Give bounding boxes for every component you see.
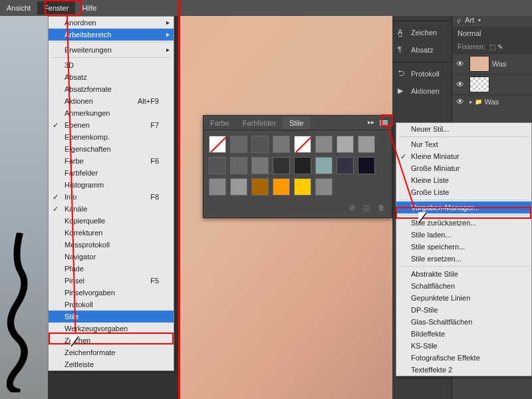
menu-item-werkzeugvorgaben[interactable]: Werkzeugvorgaben <box>49 323 174 334</box>
menu-item-pfade[interactable]: Pfade <box>49 263 174 275</box>
menu-item-zeichen[interactable]: Zeichen <box>49 334 174 346</box>
menu-item-absatz[interactable]: Absatz <box>49 71 174 83</box>
menu-item-zeichenformate[interactable]: Zeichenformate <box>49 346 174 358</box>
no-style-icon[interactable]: ⊘ <box>349 203 355 212</box>
flyout-abstrakte-stile[interactable]: Abstrakte Stile <box>396 268 531 280</box>
collapse-icon[interactable]: ▸▸ <box>368 118 374 126</box>
menu-hilfe[interactable]: Hilfe <box>75 1 103 15</box>
flyout-texteffekte-2[interactable]: Texteffekte 2 <box>396 364 531 376</box>
menu-item-anmerkungen[interactable]: Anmerkungen <box>49 107 174 119</box>
menu-item-pinselvorgaben[interactable]: Pinselvorgaben <box>49 287 174 299</box>
zeichen-icon: A̲ <box>398 28 407 37</box>
flyout-gepunktete-linien[interactable]: Gepunktete Linien <box>396 292 531 304</box>
blend-mode[interactable]: Normal <box>452 27 532 40</box>
flyout-gro-e-miniatur[interactable]: Große Miniatur <box>396 162 531 174</box>
new-style-icon[interactable]: ◫ <box>363 203 370 212</box>
panel-tab-absatz[interactable]: ¶Absatz <box>392 41 452 59</box>
tab-stile[interactable]: Stile <box>283 116 310 130</box>
flyout-stile-ersetzen-[interactable]: Stile ersetzen... <box>396 253 531 265</box>
style-swatch[interactable] <box>315 178 332 196</box>
panel-tab-zeichen[interactable]: A̲Zeichen <box>392 24 452 41</box>
flyout-stile-zur-cksetzen-[interactable]: Stile zurücksetzen... <box>396 217 531 229</box>
panel-tab-aktionen[interactable]: ▶Aktionen <box>392 82 452 100</box>
flyout-stile-speichern-[interactable]: Stile speichern... <box>396 241 531 253</box>
style-swatch[interactable] <box>230 157 247 174</box>
layer-row[interactable]: 👁▸ 📁Was <box>452 94 532 108</box>
flyout-schaltfl-chen[interactable]: Schaltflächen <box>396 280 531 292</box>
style-swatch[interactable] <box>336 136 354 153</box>
layer-row[interactable]: 👁Was <box>452 53 532 74</box>
style-swatch[interactable] <box>294 157 311 174</box>
style-swatch[interactable] <box>358 157 375 174</box>
menu-item-navigator[interactable]: Navigator <box>49 251 174 263</box>
tab-farbfelder[interactable]: Farbfelder <box>236 116 283 130</box>
style-swatch[interactable] <box>358 136 375 153</box>
layers-kind[interactable]: Art <box>465 16 474 24</box>
panel-tab-protokoll[interactable]: ⮌Protokoll <box>392 65 452 82</box>
style-swatch[interactable] <box>294 136 311 153</box>
flyout-bildeffekte[interactable]: Bildeffekte <box>396 328 531 340</box>
menu-item-zeitleiste[interactable]: Zeitleiste <box>49 358 174 370</box>
style-swatch[interactable] <box>209 157 226 174</box>
style-swatch[interactable] <box>209 136 226 153</box>
layer-row[interactable]: 👁 <box>452 74 532 94</box>
flyout-kleine-miniatur[interactable]: Kleine Miniatur <box>396 150 531 162</box>
absatz-icon: ¶ <box>398 45 407 55</box>
style-swatch[interactable] <box>315 157 332 174</box>
menu-item-absatzformate[interactable]: Absatzformate <box>49 83 174 95</box>
visibility-icon[interactable]: 👁 <box>456 97 467 106</box>
delete-icon[interactable]: 🗑 <box>378 203 385 212</box>
menu-fenster[interactable]: Fenster <box>37 1 75 15</box>
styles-flyout-menu: Neuer Stil...Nur TextKleine MiniaturGroß… <box>396 122 532 376</box>
menubar: Ansicht Fenster Hilfe <box>0 0 532 16</box>
menu-item-pinsel[interactable]: PinselF5 <box>49 275 174 287</box>
style-swatch[interactable] <box>273 157 290 174</box>
menu-item-eigenschaften[interactable]: Eigenschaften <box>49 143 174 155</box>
style-swatch[interactable] <box>230 136 247 153</box>
style-swatch[interactable] <box>273 136 290 153</box>
flyout-ks-stile[interactable]: KS-Stile <box>396 340 531 352</box>
style-swatch[interactable] <box>209 178 226 196</box>
style-swatch[interactable] <box>251 178 269 196</box>
menu-item-farbfelder[interactable]: Farbfelder <box>49 167 174 179</box>
menu-item-protokoll[interactable]: Protokoll <box>49 299 174 311</box>
cursor-icon <box>70 336 80 348</box>
menu-item-farbe[interactable]: FarbeF6 <box>49 155 174 167</box>
menu-item-histogramm[interactable]: Histogramm <box>49 179 174 191</box>
flyout-neuer-stil-[interactable]: Neuer Stil... <box>396 123 531 135</box>
flyout-dp-stile[interactable]: DP-Stile <box>396 304 531 316</box>
styles-panel: Farbe Farbfelder Stile ▸▸ ⊘ ◫ 🗑 <box>203 115 392 218</box>
style-swatch[interactable] <box>315 136 332 153</box>
flyout-vorgaben-manager-[interactable]: Vorgaben-Manager... <box>396 201 531 213</box>
menu-ansicht[interactable]: Ansicht <box>0 1 37 15</box>
menu-item-stile[interactable]: Stile <box>49 311 174 323</box>
style-swatch[interactable] <box>294 178 311 196</box>
menu-item-korrekturen[interactable]: Korrekturen <box>49 227 174 239</box>
lock-label: Fixieren: <box>458 43 485 51</box>
menu-item-ebenenkomp-[interactable]: Ebenenkomp. <box>49 131 174 143</box>
menu-item-kan-le[interactable]: Kanäle <box>49 203 174 215</box>
style-swatch[interactable] <box>273 178 290 196</box>
menu-item-info[interactable]: InfoF8 <box>49 191 174 203</box>
flyout-glas-schaltfl-chen[interactable]: Glas-Schaltflächen <box>396 316 531 328</box>
menu-item-messprotokoll[interactable]: Messprotokoll <box>49 239 174 251</box>
cursor-icon <box>418 212 428 224</box>
flyout-fotografische-effekte[interactable]: Fotografische Effekte <box>396 352 531 364</box>
flyout-kleine-liste[interactable]: Kleine Liste <box>396 174 531 186</box>
menu-item-kopierquelle[interactable]: Kopierquelle <box>49 215 174 227</box>
menu-item-aktionen[interactable]: AktionenAlt+F9 <box>49 95 174 107</box>
flyout-stile-laden-[interactable]: Stile laden... <box>396 229 531 241</box>
visibility-icon[interactable]: 👁 <box>456 59 467 68</box>
style-swatch[interactable] <box>251 136 269 153</box>
fenster-dropdown: AnordnenArbeitsbereichErweiterungen3DAbs… <box>48 16 174 371</box>
protokoll-icon: ⮌ <box>398 69 407 78</box>
ink-shape <box>7 233 33 392</box>
menu-item-ebenen[interactable]: EbenenF7 <box>49 119 174 131</box>
tab-farbe[interactable]: Farbe <box>203 116 236 130</box>
flyout-nur-text[interactable]: Nur Text <box>396 138 531 150</box>
style-swatch[interactable] <box>336 157 354 174</box>
visibility-icon[interactable]: 👁 <box>456 80 467 89</box>
flyout-gro-e-liste[interactable]: Große Liste <box>396 186 531 198</box>
style-swatch[interactable] <box>230 178 247 196</box>
style-swatch[interactable] <box>251 157 269 174</box>
